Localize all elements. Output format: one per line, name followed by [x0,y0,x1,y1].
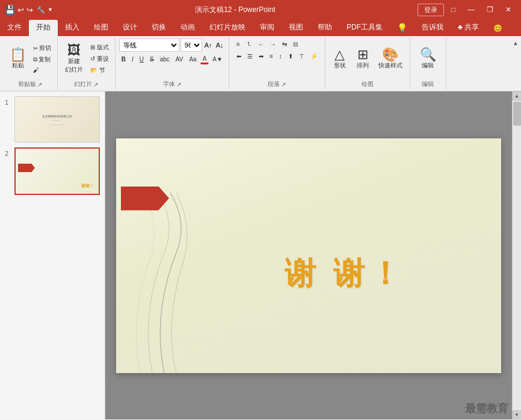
columns-button[interactable]: ⊟ [291,39,300,49]
slide-actions-row: ⊞ 版式 ↺ 重设 📂 节 [88,42,111,76]
tab-file[interactable]: 文件 [0,20,29,36]
numbering-button[interactable]: ⒈ [244,39,254,49]
shapes-button[interactable]: △ 形状 [329,46,351,72]
charspacing-button[interactable]: AV [173,55,186,64]
format-paint-icon: 🖌 [33,67,39,73]
para-row1: ≡ ⒈ ← → ⇆ ⊟ [234,39,300,49]
text-direction-button[interactable]: ⬆ [286,52,295,61]
slide-thumbnail-1[interactable]: 北京网络科技有限公司 一一一。 ___________ [14,96,100,143]
title-bar-left: 💾 ↩ ↪ 🔧 ▼ [5,5,53,14]
slides-label: 幻灯片 ↗ [74,80,98,88]
paragraph-content: ≡ ⒈ ← → ⇆ ⊟ ⬅ ☰ ➡ ≡ ↕ ⬆ ⊤ ⚡ [234,39,320,79]
tab-pdf[interactable]: PDF工具集 [339,20,390,36]
tab-view[interactable]: 视图 [282,20,310,36]
new-slide-button[interactable]: 🖼 新建幻灯片 [61,42,87,76]
undo-icon[interactable]: ↩ [17,5,24,14]
highlight-button[interactable]: A▼ [210,55,225,64]
cut-button[interactable]: ✂剪切 [31,43,54,54]
bold-button[interactable]: B [119,55,128,64]
ribbon-group-font: 等线 96 A↑ A↓ B I U S abc AV Aa A A▼ 字体 [116,37,229,90]
justify-button[interactable]: ≡ [267,52,276,61]
align-left-button[interactable]: ⬅ [234,52,244,61]
quick-style-icon: 🎨 [382,48,398,61]
shadow-button[interactable]: abc [158,55,172,64]
customize-icon[interactable]: 🔧 [37,6,45,14]
indent-increase-button[interactable]: → [268,39,279,49]
tab-tellme[interactable]: 告诉我 [415,20,451,36]
scroll-thumb[interactable] [513,102,521,126]
vertical-scrollbar[interactable]: ▲ ▼ [512,91,521,419]
slides-expand-icon[interactable]: ↗ [93,81,98,88]
fontcase-button[interactable]: Aa [187,55,199,64]
align-text-button[interactable]: ⊤ [297,52,307,61]
slide-main-text[interactable]: 谢 谢！ [285,253,405,295]
canvas-area[interactable]: 谢 谢！ 最需教育 [105,91,512,419]
align-right-button[interactable]: ➡ [256,52,266,61]
new-slide-icon: 🖼 [67,44,81,57]
tab-design[interactable]: 设计 [116,20,144,36]
font-size-down-icon[interactable]: A↓ [215,41,225,49]
align-center-button[interactable]: ☰ [245,52,255,61]
reset-button[interactable]: ↺ 重设 [88,54,111,64]
format-paint-button[interactable]: 🖌 [31,66,54,75]
quick-style-button[interactable]: 🎨 快速样式 [375,46,406,72]
slide2-text: 谢谢！ [81,183,94,189]
scroll-track[interactable] [513,100,521,410]
strikethrough-button[interactable]: S [147,55,156,64]
slide1-title: 北京网络科技有限公司 [42,114,72,118]
edit-button[interactable]: 🔍 编辑 [416,46,440,72]
ribbon-collapse-arrow[interactable]: ▲ [513,37,519,90]
layout-button[interactable]: ⊞ 版式 [88,42,111,53]
arrange-button[interactable]: ⊞ 排列 [352,46,374,72]
tab-help[interactable]: 帮助 [310,20,339,36]
tab-insert[interactable]: 插入 [58,20,87,36]
slide-thumbnail-2[interactable]: 谢谢！ [14,147,100,195]
linespacing-button[interactable]: ↕ [277,52,285,61]
minimize-button[interactable]: — [463,4,479,15]
italic-button[interactable]: I [129,55,136,64]
section-button[interactable]: 📂 节 [88,65,111,76]
copy-button[interactable]: ⧉复制 [31,54,54,65]
ribbon-collapse-button[interactable]: □ [446,4,460,15]
fontcolor-button[interactable]: A [200,54,209,64]
close-button[interactable]: ✕ [501,4,516,15]
restore-button[interactable]: ❐ [482,4,498,15]
font-size-select[interactable]: 96 [180,39,202,52]
tab-slideshow[interactable]: 幻灯片放映 [202,20,253,36]
scroll-down-button[interactable]: ▼ [513,410,522,419]
save-icon[interactable]: 💾 [5,5,15,14]
scroll-up-button[interactable]: ▲ [513,91,522,100]
tab-review[interactable]: 审阅 [253,20,282,36]
window-title: 演示文稿12 - PowerPoint [53,5,418,15]
tab-share[interactable]: ♣ 共享 [451,20,486,36]
new-slide-label: 新建幻灯片 [65,57,83,74]
font-size-up-icon[interactable]: A↑ [203,41,214,49]
login-button[interactable]: 登录 [418,4,444,16]
rtl-button[interactable]: ⇆ [280,39,289,49]
indent-decrease-button[interactable]: ← [256,39,267,49]
clipboard-expand-icon[interactable]: ↗ [37,81,42,88]
paragraph-expand-icon[interactable]: ↗ [281,81,286,88]
font-row1: 等线 96 A↑ A↓ [119,39,225,52]
redo-icon[interactable]: ↪ [26,5,33,14]
paste-button[interactable]: 📋 粘贴 [6,46,29,72]
slide1-content: 北京网络科技有限公司 一一一。 ___________ [15,97,99,142]
font-family-select[interactable]: 等线 [119,39,179,52]
drawing-content: △ 形状 ⊞ 排列 🎨 快速样式 [329,39,406,79]
tab-light-icon[interactable]: 💡 [390,20,415,36]
font-expand-icon[interactable]: ↗ [176,81,181,88]
tab-transitions[interactable]: 切换 [144,20,173,36]
ribbon-group-paragraph: ≡ ⒈ ← → ⇆ ⊟ ⬅ ☰ ➡ ≡ ↕ ⬆ ⊤ ⚡ 段落 ↗ [229,37,325,90]
underline-button[interactable]: U [137,55,146,64]
tab-home[interactable]: 开始 [29,20,58,36]
tab-animations[interactable]: 动画 [173,20,202,36]
edit-icon: 🔍 [420,48,436,61]
tab-draw[interactable]: 绘图 [87,20,116,36]
slide-thumb-2: 2 谢谢！ [5,147,100,195]
bullets-button[interactable]: ≡ [234,39,242,49]
dropdown-arrow-icon[interactable]: ▼ [48,7,53,13]
slide-canvas[interactable]: 谢 谢！ [116,138,501,373]
smartart-button[interactable]: ⚡ [308,52,320,61]
tab-emoji[interactable]: 😊 [486,22,510,36]
watermark: 最需教育 [465,401,508,416]
